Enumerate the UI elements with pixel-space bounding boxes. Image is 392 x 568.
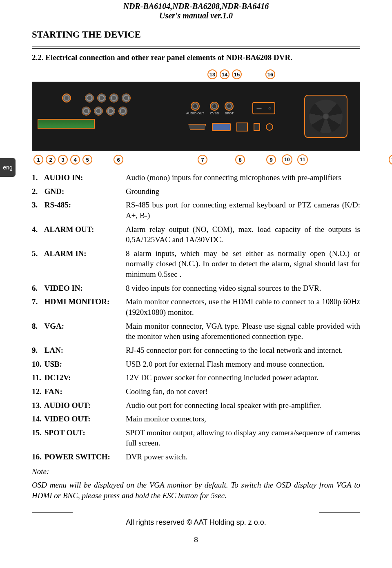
callout-marker: 10 [282,154,292,165]
cvbs-port-icon [210,102,219,111]
definition-description: Main monitor connectors, use the HDMI ca… [126,296,360,317]
av-bottom-row [188,123,273,131]
footer-rule-left [32,512,73,513]
definition-term: 1. AUDIO IN: [32,172,122,183]
definition-label: DC12V: [42,373,71,382]
vga-port-icon [212,123,231,131]
definition-description: Audio out port for connecting local spea… [126,400,360,411]
callout-marker: 13 [207,69,217,79]
video-in-port-icon [97,94,106,102]
definition-description: SPOT monitor output, allowing to display… [126,428,360,448]
language-tab-label: eng [3,164,12,171]
power-switch-icon: — ○ [252,102,275,114]
av-top-row: AUDIO OUT CVBS SPOT — ○ [186,102,275,115]
callout-marker: 4 [70,155,80,165]
definition-description: 12V DC power socket for connecting inclu… [126,372,360,383]
callout-row-bottom: 123456789101112 [32,154,360,165]
definition-label: VGA: [42,322,64,330]
footer-rule [32,512,360,517]
definition-label: VIDEO IN: [42,284,83,292]
definition-label: GND: [42,187,64,196]
definition-term: 16. POWER SWITCH: [32,452,122,462]
spot-port: SPOT [225,102,234,115]
definition-description: 8 video inputs for connecting video sign… [126,283,360,294]
definition-description: USB 2.0 port for external Flash memory a… [126,359,360,370]
language-tab: eng [0,158,16,177]
note-label: Note: [32,466,360,477]
definition-description: Grounding [126,186,360,197]
definition-number: 10. [32,359,42,370]
page-number: 8 [0,536,392,544]
definition-number: 11. [32,372,42,383]
definition-term: 5. ALARM IN: [32,248,122,259]
footer-text: All rights reserved © AAT Holding sp. z … [0,518,392,527]
definition-label: LAN: [42,346,63,354]
page-header: NDR-BA6104,NDR-BA6208,NDR-BA6416 User's … [0,0,392,20]
definition-label: AUDIO OUT: [42,401,91,410]
audio-out-port-icon [191,102,200,111]
definition-label: ALARM OUT: [42,225,94,234]
definition-term: 15. SPOT OUT: [32,428,122,438]
definition-term: 3. RS-485: [32,200,122,210]
cvbs-port: CVBS [210,102,219,115]
lan-port-icon [236,123,248,131]
definition-term: 2. GND: [32,186,122,197]
definition-description: Alarm relay output (NO, COM), max. load … [126,224,360,245]
definition-label: SPOT OUT: [42,428,85,437]
definition-term: 4. ALARM OUT: [32,224,122,235]
definition-label: AUDIO IN: [42,173,83,182]
definition-number: 6. [32,283,42,294]
definition-description: Audio (mono) inputs for connecting micro… [126,172,360,183]
video-in-port-icon [85,94,94,102]
rear-panel: AUDIO OUT CVBS SPOT — ○ [32,82,360,151]
callout-marker: 15 [232,69,242,79]
callout-marker: 2 [46,155,56,165]
fan-grille-icon [304,95,347,138]
audio-out-port: AUDIO OUT [186,102,204,115]
spot-label: SPOT [225,111,234,115]
definition-term: 13. AUDIO OUT: [32,400,122,411]
definition-number: 2. [32,186,42,197]
definition-term: 7. HDMI MONITOR: [32,296,122,307]
definition-number: 9. [32,345,42,356]
fan-blade-icon [309,100,343,133]
definitions-list: 1. AUDIO IN:Audio (mono) inputs for conn… [32,172,360,501]
bnc-row-bottom [62,107,164,116]
panel-left-zone [38,88,164,145]
dc12v-port-icon [266,123,273,131]
callout-marker: 11 [297,154,308,165]
switch-on-symbol: ○ [268,105,271,111]
header-line-version: User's manual ver.1.0 [0,11,392,20]
callout-marker: 14 [220,69,229,79]
panel-right-zone [297,88,354,145]
callout-marker: 9 [266,155,276,165]
definition-number: 13. [32,400,42,411]
definition-label: POWER SWITCH: [42,452,110,461]
definition-term: 12. FAN: [32,386,122,397]
definition-number: 12. [32,386,42,397]
section-title: STARTING THE DEVICE [0,20,392,40]
definition-description: DVR power switch. [126,452,360,462]
definition-label: USB: [42,360,62,368]
definition-description: Cooling fan, do not cover! [126,386,360,397]
definition-term: 10. USB: [32,359,122,370]
audio-out-label: AUDIO OUT [186,111,204,115]
video-in-port-icon [82,107,91,116]
callout-marker: 5 [82,155,92,165]
bnc-row-top [62,94,164,102]
definition-number: 8. [32,321,42,332]
definition-label: HDMI MONITOR: [42,297,109,306]
definition-description: Main monitor connectors, [126,414,360,424]
definition-description: Main monitor connector, VGA type. Please… [126,321,360,342]
definition-term: 6. VIDEO IN: [32,283,122,294]
header-line-models: NDR-BA6104,NDR-BA6208,NDR-BA6416 [0,2,392,11]
definition-description: 8 alarm inputs, which may be set either … [126,248,360,280]
note-body: OSD menu will be displayed on the VGA mo… [32,480,360,501]
callout-marker: 7 [198,155,207,165]
definition-term: 14. VIDEO OUT: [32,414,122,424]
video-in-port-icon [94,107,103,116]
terminal-block-icon [38,119,95,129]
definition-number: 14. [32,414,42,424]
definition-number: 1. [32,172,42,183]
definition-number: 4. [32,224,42,235]
